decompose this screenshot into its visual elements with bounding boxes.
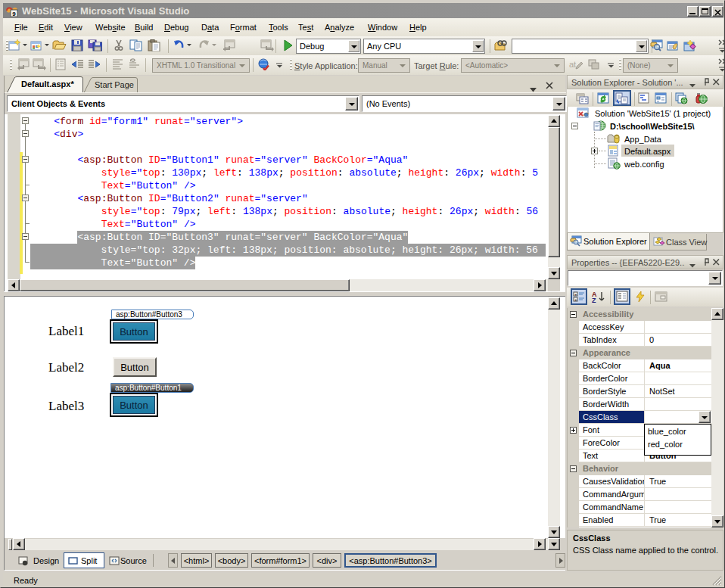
svg-text:Z: Z bbox=[592, 297, 596, 303]
svg-text:Start Page: Start Page bbox=[95, 80, 134, 89]
svg-text:+: + bbox=[574, 297, 577, 302]
svg-text:Default.aspx*: Default.aspx* bbox=[21, 79, 74, 89]
svg-text:at: at bbox=[569, 60, 576, 69]
svg-text:+: + bbox=[574, 292, 577, 297]
svg-text:9: 9 bbox=[12, 11, 16, 17]
